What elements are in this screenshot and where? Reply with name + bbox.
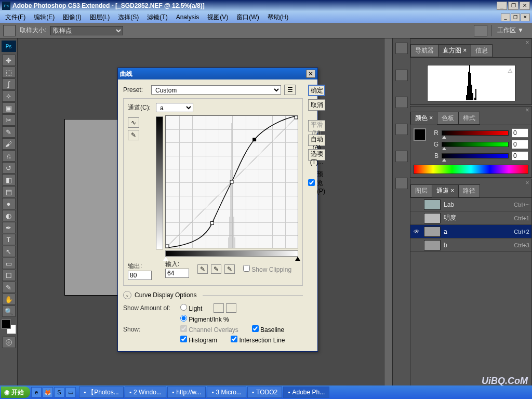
workspace-dropdown[interactable]: 工作区 ▼ bbox=[491, 25, 529, 36]
black-eyedropper-icon[interactable]: ✎ bbox=[197, 264, 208, 274]
menu-analysis[interactable]: Analysis bbox=[173, 12, 203, 22]
collapse-toggle-icon[interactable]: ⌄ bbox=[123, 291, 131, 299]
tab-info[interactable]: 信息 bbox=[471, 44, 493, 57]
grid-coarse-button[interactable] bbox=[214, 303, 224, 313]
window-restore-button[interactable]: ❐ bbox=[508, 2, 518, 10]
lasso-tool[interactable]: ʆ bbox=[2, 78, 16, 90]
marquee-tool[interactable]: ⬚ bbox=[2, 66, 16, 78]
tab-paths[interactable]: 路径 bbox=[458, 184, 480, 197]
intersection-checkbox[interactable] bbox=[231, 336, 237, 342]
dodge-tool[interactable]: ◐ bbox=[2, 210, 16, 221]
r-slider[interactable] bbox=[442, 130, 509, 136]
move-tool[interactable]: ✥ bbox=[2, 55, 16, 66]
ql-desktop-icon[interactable]: ▭ bbox=[65, 387, 76, 397]
tab-styles[interactable]: 样式 bbox=[458, 112, 480, 125]
histogram-checkbox[interactable] bbox=[180, 336, 187, 342]
menu-image[interactable]: 图像(I) bbox=[60, 12, 84, 23]
path-selection-tool[interactable]: ↖ bbox=[2, 246, 16, 257]
doc-minimize-button[interactable]: _ bbox=[501, 14, 510, 21]
pen-tool[interactable]: ✒ bbox=[2, 222, 16, 233]
cancel-button[interactable]: 取消 bbox=[308, 99, 325, 111]
color-swatches[interactable] bbox=[2, 320, 16, 334]
eraser-tool[interactable]: ◧ bbox=[2, 174, 16, 185]
taskbar-item[interactable]: ▪3 Micro... bbox=[207, 387, 246, 398]
taskbar-item[interactable]: ▪TODO2 bbox=[247, 387, 282, 398]
menu-filter[interactable]: 滤镜(T) bbox=[144, 12, 170, 23]
channel-row[interactable]: 明度 Ctrl+1 bbox=[410, 211, 531, 225]
panel-close-icon[interactable]: × bbox=[523, 107, 531, 112]
menu-edit[interactable]: 编辑(E) bbox=[31, 12, 58, 23]
taskbar-item[interactable]: ▪Adobe Ph... bbox=[283, 387, 329, 398]
dock-play-icon[interactable] bbox=[395, 43, 408, 54]
output-field[interactable] bbox=[128, 271, 152, 280]
crop-tool[interactable]: ▣ bbox=[2, 102, 16, 114]
sample-size-select[interactable]: 取样点 bbox=[50, 26, 123, 35]
history-brush-tool[interactable]: ↺ bbox=[2, 162, 16, 174]
notes-tool[interactable]: ☐ bbox=[2, 270, 16, 281]
dock-tools-icon[interactable] bbox=[395, 70, 408, 81]
tab-layers[interactable]: 图层 bbox=[410, 184, 432, 197]
zoom-tool[interactable]: 🔍 bbox=[2, 305, 16, 317]
menu-layer[interactable]: 图层(L) bbox=[87, 12, 113, 23]
doc-close-button[interactable]: ✕ bbox=[521, 14, 530, 21]
preview-checkbox[interactable] bbox=[308, 179, 315, 186]
cache-warning-icon[interactable]: ⚠ bbox=[508, 68, 513, 74]
dialog-titlebar[interactable]: 曲线 ✕ bbox=[118, 68, 317, 79]
light-radio[interactable] bbox=[180, 304, 187, 311]
tab-color[interactable]: 颜色 × bbox=[410, 112, 437, 125]
ql-ie-icon[interactable]: e bbox=[31, 387, 42, 397]
black-point-slider[interactable] bbox=[163, 257, 168, 261]
type-tool[interactable]: T bbox=[2, 234, 16, 245]
curve-tool-pencil[interactable]: ✎ bbox=[128, 130, 139, 140]
channel-row[interactable]: b Ctrl+3 bbox=[410, 238, 531, 252]
doc-restore-button[interactable]: ❐ bbox=[511, 14, 520, 21]
shape-tool[interactable]: ▭ bbox=[2, 258, 16, 269]
channel-row[interactable]: Lab Ctrl+~ bbox=[410, 198, 531, 211]
ql-skype-icon[interactable]: S bbox=[54, 387, 64, 397]
eyedropper-tool[interactable]: ✎ bbox=[2, 282, 16, 293]
panel-close-icon[interactable]: × bbox=[523, 39, 531, 44]
grid-fine-button[interactable] bbox=[226, 303, 236, 313]
panel-close-icon[interactable]: × bbox=[523, 179, 531, 184]
window-close-button[interactable]: ✕ bbox=[520, 2, 530, 10]
channel-select[interactable]: a bbox=[156, 103, 193, 112]
menu-select[interactable]: 选择(S) bbox=[115, 12, 142, 23]
b-value[interactable]: 0 bbox=[512, 151, 528, 161]
taskbar-item[interactable]: ▪2 Windo... bbox=[125, 387, 166, 398]
window-minimize-button[interactable]: _ bbox=[497, 2, 507, 10]
menu-file[interactable]: 文件(F) bbox=[2, 12, 29, 23]
r-value[interactable]: 0 bbox=[512, 128, 528, 138]
screen-mode-button[interactable] bbox=[474, 25, 487, 36]
color-panel-swatch[interactable] bbox=[414, 128, 426, 141]
taskbar-item[interactable]: ▪http://w... bbox=[167, 387, 206, 398]
menu-help[interactable]: 帮助(H) bbox=[264, 12, 292, 23]
clone-stamp-tool[interactable]: ⎌ bbox=[2, 150, 16, 162]
brush-tool[interactable]: 🖌 bbox=[2, 138, 16, 150]
pigment-radio[interactable] bbox=[180, 315, 187, 322]
visibility-icon[interactable]: 👁 bbox=[413, 228, 421, 235]
ok-button[interactable]: 确定 bbox=[308, 85, 325, 96]
gray-eyedropper-icon[interactable]: ✎ bbox=[211, 264, 221, 274]
options-button[interactable]: 选项(T)... bbox=[308, 149, 325, 161]
g-value[interactable]: 0 bbox=[512, 140, 528, 149]
g-slider[interactable] bbox=[442, 142, 509, 147]
taskbar-item[interactable]: ▪【Photos... bbox=[79, 387, 124, 398]
blur-tool[interactable]: ● bbox=[2, 198, 16, 209]
curve-tool-point[interactable]: ∿ bbox=[128, 117, 139, 128]
baseline-checkbox[interactable] bbox=[252, 325, 259, 332]
healing-brush-tool[interactable]: ✎ bbox=[2, 126, 16, 138]
show-clipping-checkbox[interactable] bbox=[243, 265, 250, 272]
dialog-close-button[interactable]: ✕ bbox=[306, 70, 315, 78]
ql-firefox-icon[interactable]: 🦊 bbox=[43, 387, 53, 397]
hand-tool[interactable]: ✋ bbox=[2, 294, 16, 305]
tab-navigator[interactable]: 导航器 bbox=[410, 44, 438, 57]
start-button[interactable]: ◉ 开始 bbox=[1, 387, 30, 398]
slice-tool[interactable]: ✂ bbox=[2, 114, 16, 126]
tab-swatches[interactable]: 色板 bbox=[437, 112, 459, 125]
auto-button[interactable]: 自动(A) bbox=[308, 135, 325, 146]
current-tool-icon[interactable] bbox=[3, 25, 16, 36]
b-slider[interactable] bbox=[442, 153, 509, 158]
curves-graph[interactable] bbox=[165, 115, 298, 248]
input-field[interactable] bbox=[165, 269, 189, 278]
preset-select[interactable]: Custom bbox=[151, 85, 281, 95]
